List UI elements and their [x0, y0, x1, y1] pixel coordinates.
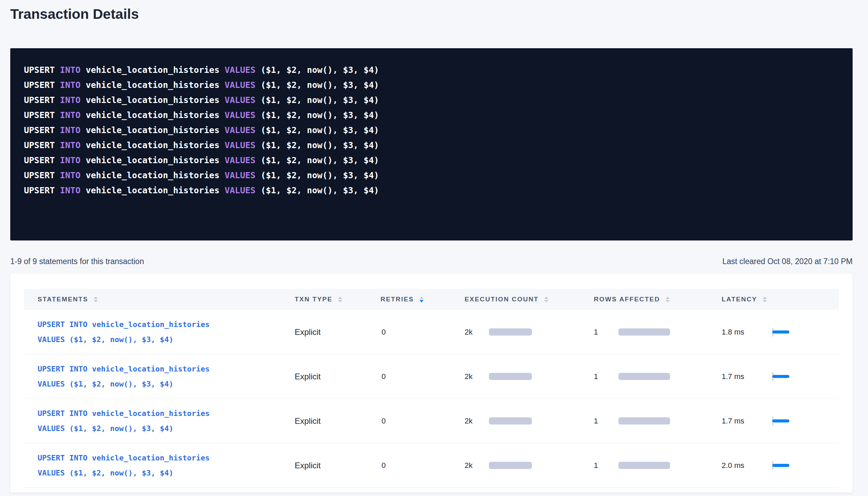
rows-affected-bar: [618, 417, 670, 425]
execution-count-value: 2k: [465, 461, 480, 470]
statement-link-line1[interactable]: UPSERT INTO vehicle_location_histories: [38, 451, 295, 466]
retries-cell: 0: [380, 372, 465, 381]
statement-link-line1[interactable]: UPSERT INTO vehicle_location_histories: [38, 317, 295, 332]
txn-type-cell: Explicit: [295, 327, 380, 337]
sql-statement-line: UPSERT INTO vehicle_location_histories V…: [24, 108, 839, 123]
sql-statement-line: UPSERT INTO vehicle_location_histories V…: [24, 183, 839, 198]
rows-affected-value: 1: [594, 328, 610, 337]
statement-link-line1[interactable]: UPSERT INTO vehicle_location_histories: [38, 362, 295, 377]
execution-count-cell: 2k: [465, 461, 594, 470]
statements-card: STATEMENTSTXN TYPERETRIESEXECUTION COUNT…: [10, 274, 853, 493]
column-label: RETRIES: [380, 296, 414, 303]
latency-value: 1.8 ms: [722, 328, 759, 337]
rows-affected-cell: 1: [594, 461, 722, 470]
sql-statement-line: UPSERT INTO vehicle_location_histories V…: [24, 138, 839, 153]
statement-link-line2[interactable]: VALUES ($1, $2, now(), $3, $4): [38, 421, 295, 436]
column-header-statements[interactable]: STATEMENTS: [24, 296, 295, 303]
retries-value: 0: [382, 372, 386, 381]
rows-affected-bar: [618, 373, 670, 380]
retries-value: 0: [382, 461, 386, 470]
sort-arrows-icon[interactable]: [763, 297, 767, 302]
txn-type-value: Explicit: [295, 416, 321, 426]
sql-statement-line: UPSERT INTO vehicle_location_histories V…: [24, 93, 839, 108]
latency-cell: 1.7 ms: [722, 371, 839, 382]
execution-count-bar: [489, 373, 532, 380]
rows-affected-cell: 1: [594, 328, 722, 337]
execution-count-cell: 2k: [465, 328, 594, 337]
column-label: STATEMENTS: [38, 296, 88, 303]
retries-cell: 0: [380, 328, 465, 337]
statement-cell[interactable]: UPSERT INTO vehicle_location_histories V…: [24, 317, 295, 347]
rows-affected-bar: [618, 462, 670, 469]
column-header-latency[interactable]: LATENCY: [722, 296, 839, 303]
rows-affected-cell: 1: [594, 372, 722, 381]
sort-arrows-icon[interactable]: [94, 297, 98, 302]
retries-cell: 0: [380, 461, 465, 470]
sql-statement-line: UPSERT INTO vehicle_location_histories V…: [24, 153, 839, 168]
latency-chart: [772, 371, 796, 382]
latency-value: 2.0 ms: [722, 461, 759, 470]
sort-arrows-icon[interactable]: [666, 297, 670, 302]
latency-value: 1.7 ms: [722, 417, 759, 426]
latency-bar-icon: [772, 375, 789, 378]
txn-type-value: Explicit: [295, 372, 321, 381]
execution-count-bar: [489, 328, 532, 336]
sort-arrows-icon[interactable]: [544, 297, 548, 302]
retries-value: 0: [382, 328, 386, 336]
statement-row[interactable]: UPSERT INTO vehicle_location_histories V…: [24, 310, 839, 354]
sql-statement-line: UPSERT INTO vehicle_location_histories V…: [24, 63, 839, 78]
latency-chart: [772, 416, 796, 427]
transaction-details-page: Transaction Details UPSERT INTO vehicle_…: [0, 0, 868, 493]
sql-code-block: UPSERT INTO vehicle_location_histories V…: [10, 48, 853, 240]
retries-value: 0: [382, 417, 386, 425]
column-header-txn-type[interactable]: TXN TYPE: [295, 296, 380, 303]
rows-affected-value: 1: [594, 461, 610, 470]
column-header-retries[interactable]: RETRIES: [380, 296, 465, 303]
summary-bar: 1-9 of 9 statements for this transaction…: [10, 257, 853, 266]
statement-link-line1[interactable]: UPSERT INTO vehicle_location_histories: [38, 406, 295, 421]
latency-chart: [772, 327, 796, 338]
statement-cell[interactable]: UPSERT INTO vehicle_location_histories V…: [24, 362, 295, 392]
retries-cell: 0: [380, 417, 465, 426]
execution-count-value: 2k: [465, 328, 480, 337]
page-title: Transaction Details: [10, 0, 853, 22]
statement-row[interactable]: UPSERT INTO vehicle_location_histories V…: [24, 354, 839, 399]
sort-arrows-icon[interactable]: [419, 297, 424, 302]
sql-statement-line: UPSERT INTO vehicle_location_histories V…: [24, 78, 839, 93]
latency-bar-icon: [772, 330, 789, 334]
latency-bar-icon: [772, 419, 789, 422]
statements-summary: 1-9 of 9 statements for this transaction: [10, 257, 144, 266]
statement-cell[interactable]: UPSERT INTO vehicle_location_histories V…: [24, 406, 295, 436]
rows-affected-bar: [618, 328, 670, 336]
execution-count-cell: 2k: [465, 372, 594, 381]
column-header-execution-count[interactable]: EXECUTION COUNT: [465, 296, 594, 303]
latency-cell: 1.8 ms: [722, 327, 839, 338]
statement-link-line2[interactable]: VALUES ($1, $2, now(), $3, $4): [38, 377, 295, 392]
statement-link-line2[interactable]: VALUES ($1, $2, now(), $3, $4): [38, 332, 295, 347]
statement-cell[interactable]: UPSERT INTO vehicle_location_histories V…: [24, 451, 295, 481]
statement-row[interactable]: UPSERT INTO vehicle_location_histories V…: [24, 399, 839, 443]
statement-link-line2[interactable]: VALUES ($1, $2, now(), $3, $4): [38, 466, 295, 481]
statement-row[interactable]: UPSERT INTO vehicle_location_histories V…: [24, 443, 839, 488]
rows-affected-cell: 1: [594, 417, 722, 426]
statements-table-body: UPSERT INTO vehicle_location_histories V…: [24, 310, 839, 488]
txn-type-cell: Explicit: [295, 416, 380, 426]
execution-count-bar: [489, 417, 532, 425]
column-label: EXECUTION COUNT: [465, 296, 539, 303]
column-label: LATENCY: [722, 296, 757, 303]
latency-value: 1.7 ms: [722, 372, 759, 381]
txn-type-value: Explicit: [295, 461, 321, 470]
execution-count-cell: 2k: [465, 417, 594, 426]
column-label: TXN TYPE: [295, 296, 333, 303]
txn-type-cell: Explicit: [295, 372, 380, 381]
column-label: ROWS AFFECTED: [594, 296, 660, 303]
latency-cell: 1.7 ms: [722, 416, 839, 427]
execution-count-value: 2k: [465, 372, 480, 381]
sql-statement-line: UPSERT INTO vehicle_location_histories V…: [24, 168, 839, 183]
txn-type-value: Explicit: [295, 327, 321, 337]
txn-type-cell: Explicit: [295, 461, 380, 470]
sql-statement-line: UPSERT INTO vehicle_location_histories V…: [24, 123, 839, 138]
latency-chart: [772, 460, 796, 471]
column-header-rows-affected[interactable]: ROWS AFFECTED: [594, 296, 722, 303]
sort-arrows-icon[interactable]: [338, 297, 342, 302]
